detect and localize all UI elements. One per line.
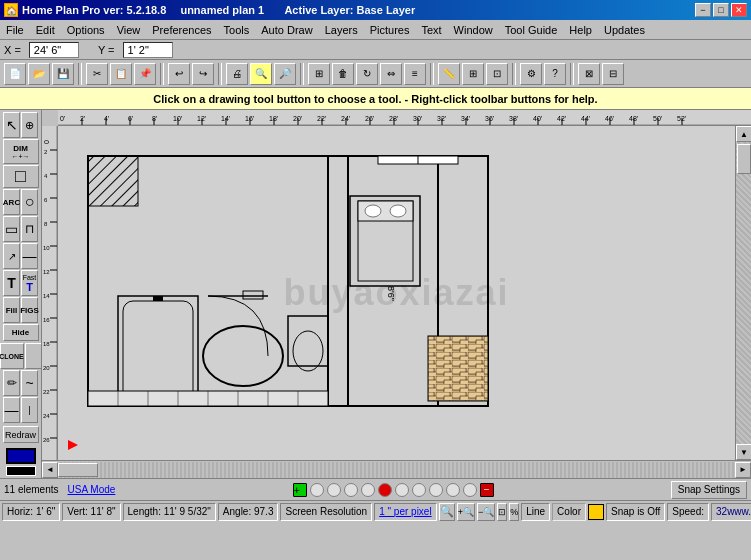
menu-tool-guide[interactable]: Tool Guide [499, 20, 564, 40]
zoom-page[interactable]: ⊡ [497, 503, 507, 521]
dot-1[interactable] [310, 483, 324, 497]
dot-4[interactable] [361, 483, 375, 497]
toolbar-snap[interactable]: ⊡ [486, 63, 508, 85]
tool-dim[interactable]: DIM ←+→ [3, 139, 39, 164]
zoom-in-small[interactable]: +🔍 [457, 503, 475, 521]
menu-pictures[interactable]: Pictures [364, 20, 416, 40]
tool-figs[interactable]: FIGS [21, 297, 38, 323]
scroll-track-v[interactable] [736, 142, 751, 444]
toolbar-mirror[interactable]: ⇔ [380, 63, 402, 85]
menu-updates[interactable]: Updates [598, 20, 651, 40]
tool-zoom[interactable]: ⊕ [21, 112, 38, 138]
toolbar-help[interactable]: ? [544, 63, 566, 85]
color-selector[interactable]: Color [552, 503, 604, 521]
toolbar-cut[interactable]: ✂ [86, 63, 108, 85]
scroll-down-button[interactable]: ▼ [736, 444, 751, 460]
line-color-swatch[interactable] [6, 466, 36, 476]
toolbar-select-all[interactable]: ⊞ [308, 63, 330, 85]
dot-10[interactable] [463, 483, 477, 497]
menu-options[interactable]: Options [61, 20, 111, 40]
canvas[interactable]: buyaoxiazai [58, 126, 735, 460]
toolbar-open[interactable]: 📂 [28, 63, 50, 85]
color-box[interactable] [588, 504, 604, 520]
fill-color-swatch[interactable] [6, 448, 36, 464]
dot-8[interactable] [429, 483, 443, 497]
dot-9[interactable] [446, 483, 460, 497]
toolbar-print[interactable]: 🖨 [226, 63, 248, 85]
dot-7[interactable] [412, 483, 426, 497]
toolbar-measure[interactable]: 📏 [438, 63, 460, 85]
tool-hline[interactable]: — [3, 397, 20, 423]
scroll-track-h[interactable] [58, 462, 735, 478]
menu-help[interactable]: Help [563, 20, 598, 40]
toolbar-save[interactable]: 💾 [52, 63, 74, 85]
toolbar-redo[interactable]: ↪ [192, 63, 214, 85]
tool-hide[interactable]: Hide [3, 324, 39, 341]
menu-edit[interactable]: Edit [30, 20, 61, 40]
add-dot-button[interactable]: + [293, 483, 307, 497]
minimize-button[interactable]: − [695, 3, 711, 17]
svg-point-106 [293, 331, 323, 371]
toolbar-copy[interactable]: 📋 [110, 63, 132, 85]
tool-arc[interactable]: ARC [3, 189, 20, 215]
tool-select[interactable]: ↖ [3, 112, 20, 138]
menu-text[interactable]: Text [415, 20, 447, 40]
maximize-button[interactable]: □ [713, 3, 729, 17]
dot-6[interactable] [395, 483, 409, 497]
tool-rect[interactable]: ▭ [3, 216, 20, 242]
toolbar-zoom-out[interactable]: 🔎 [274, 63, 296, 85]
toolbar-extra2[interactable]: ⊟ [602, 63, 624, 85]
menu-file[interactable]: File [0, 20, 30, 40]
snap-settings-button[interactable]: Snap Settings [671, 481, 747, 499]
menu-preferences[interactable]: Preferences [146, 20, 217, 40]
close-button[interactable]: ✕ [731, 3, 747, 17]
tool-extra[interactable] [25, 343, 42, 369]
toolbar-properties[interactable]: ⚙ [520, 63, 542, 85]
tool-fill[interactable]: Fill [3, 297, 20, 323]
tool-hline2[interactable]: — [21, 243, 38, 269]
toolbar-paste[interactable]: 📌 [134, 63, 156, 85]
minus-dot-button[interactable]: − [480, 483, 494, 497]
menu-auto-draw[interactable]: Auto Draw [255, 20, 318, 40]
tool-text[interactable]: T [3, 270, 20, 296]
menu-view[interactable]: View [111, 20, 147, 40]
menu-window[interactable]: Window [448, 20, 499, 40]
dot-3[interactable] [344, 483, 358, 497]
scroll-thumb-v[interactable] [737, 144, 751, 174]
tool-fast-text[interactable]: Fast T [21, 270, 38, 296]
tool-pencil[interactable]: ✏ [3, 370, 20, 396]
title-bar: 🏠 Home Plan Pro ver: 5.2.18.8 unnamed pl… [0, 0, 751, 20]
toolbar-grid[interactable]: ⊞ [462, 63, 484, 85]
toolbar-undo[interactable]: ↩ [168, 63, 190, 85]
tool-circle[interactable]: ○ [21, 189, 38, 215]
tip-bar: Click on a drawing tool button to choose… [0, 88, 751, 110]
scroll-right-button[interactable]: ► [735, 462, 751, 478]
zoom-out-small[interactable]: −🔍 [477, 503, 495, 521]
scroll-left-button[interactable]: ◄ [42, 462, 58, 478]
tool-door[interactable]: ⊓ [21, 216, 38, 242]
tool-clone[interactable]: CLONE [0, 343, 24, 369]
separator-5 [430, 63, 434, 85]
toolbar-rotate[interactable]: ↻ [356, 63, 378, 85]
dot-5[interactable] [378, 483, 392, 497]
scroll-thumb-h[interactable] [58, 463, 98, 477]
svg-text:8'6": 8'6" [386, 286, 396, 301]
menu-tools[interactable]: Tools [218, 20, 256, 40]
dot-2[interactable] [327, 483, 341, 497]
redraw-button[interactable]: Redraw [3, 426, 39, 443]
toolbar-new[interactable]: 📄 [4, 63, 26, 85]
zoom-fit-button[interactable]: 🔍 [439, 503, 455, 521]
snap-status: Snap is Off [606, 503, 665, 521]
toolbar-zoom-in[interactable]: 🔍 [250, 63, 272, 85]
scroll-up-button[interactable]: ▲ [736, 126, 751, 142]
usa-mode-link[interactable]: USA Mode [68, 484, 116, 495]
tool-curve[interactable]: ~ [21, 370, 38, 396]
zoom-percent[interactable]: % [509, 503, 519, 521]
toolbar-extra1[interactable]: ⊠ [578, 63, 600, 85]
tool-vline[interactable]: | [21, 397, 38, 423]
menu-layers[interactable]: Layers [319, 20, 364, 40]
toolbar-align[interactable]: ≡ [404, 63, 426, 85]
tool-open-shape[interactable]: □ [3, 165, 39, 188]
tool-stair[interactable]: ↗ [3, 243, 20, 269]
toolbar-delete[interactable]: 🗑 [332, 63, 354, 85]
